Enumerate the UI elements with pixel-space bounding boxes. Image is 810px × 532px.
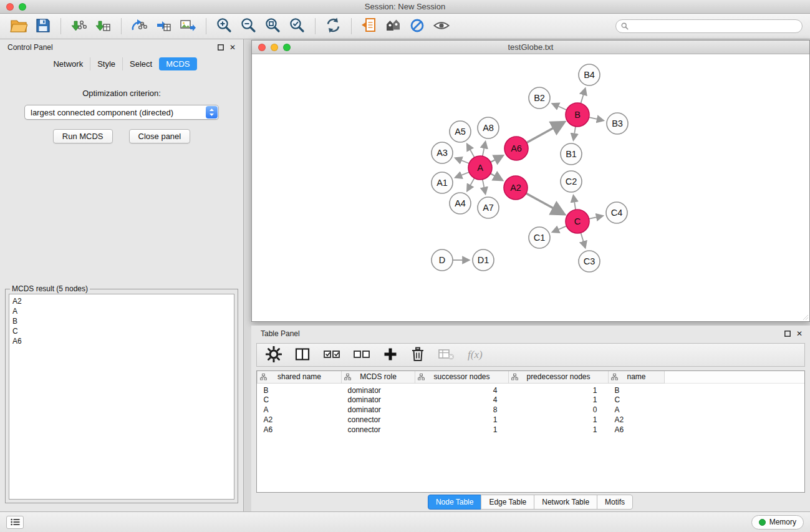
- column-header-predecessor-nodes[interactable]: predecessor nodes: [509, 371, 609, 383]
- add-row-button[interactable]: [383, 347, 398, 364]
- table-row[interactable]: Bdominator41B: [258, 383, 805, 395]
- tab-edge-table[interactable]: Edge Table: [481, 495, 534, 510]
- tab-motifs[interactable]: Motifs: [597, 495, 633, 510]
- graph-edge-A-A2[interactable]: [491, 173, 503, 180]
- network-canvas[interactable]: B4B2BB3A5A8A6B1A3AC2A1A2A4A7C4CC1C3DD1: [252, 54, 809, 321]
- graph-node-C1[interactable]: C1: [529, 227, 550, 248]
- graph-edge-C-C2[interactable]: [574, 196, 576, 210]
- graph-edge-A-A7[interactable]: [483, 180, 486, 194]
- delete-row-button[interactable]: [410, 346, 425, 364]
- table-row[interactable]: A6connector11A6: [258, 425, 805, 435]
- new-network-button[interactable]: [357, 16, 381, 37]
- network-close-button[interactable]: [258, 44, 266, 51]
- cell-name[interactable]: A: [609, 405, 665, 415]
- import-network-button[interactable]: [67, 16, 91, 37]
- cell-shared-name[interactable]: A2: [258, 415, 342, 425]
- graph-edge-A-A6[interactable]: [491, 156, 503, 162]
- graph-node-C2[interactable]: C2: [561, 171, 582, 192]
- memory-button[interactable]: Memory: [751, 515, 804, 530]
- mcds-result-item[interactable]: A: [12, 306, 231, 316]
- close-panel-button[interactable]: Close panel: [129, 129, 191, 143]
- cell-name[interactable]: B: [609, 383, 665, 395]
- tab-style[interactable]: Style: [90, 57, 122, 70]
- graph-node-C3[interactable]: C3: [579, 251, 600, 272]
- graph-node-A4[interactable]: A4: [450, 193, 471, 214]
- graph-node-B3[interactable]: B3: [607, 113, 628, 134]
- graph-node-A[interactable]: A: [468, 156, 492, 180]
- cell-MCDS-role[interactable]: connector: [342, 415, 415, 425]
- cell-MCDS-role[interactable]: connector: [342, 425, 415, 435]
- column-header-shared-name[interactable]: shared name: [258, 371, 342, 383]
- command-list-button[interactable]: [6, 516, 24, 529]
- cell-MCDS-role[interactable]: dominator: [342, 405, 415, 415]
- optimization-criterion-dropdown[interactable]: largest connected component (directed): [24, 105, 219, 120]
- search-box[interactable]: [615, 19, 803, 33]
- columns-button[interactable]: [294, 346, 311, 364]
- close-panel-icon[interactable]: ✕: [229, 44, 236, 51]
- export-image-button[interactable]: [176, 16, 200, 37]
- graph-node-C[interactable]: C: [566, 210, 589, 233]
- graph-node-A1[interactable]: A1: [432, 172, 453, 193]
- export-network-button[interactable]: [127, 16, 152, 37]
- graph-node-A2[interactable]: A2: [504, 176, 528, 200]
- column-header-MCDS-role[interactable]: MCDS role: [342, 371, 415, 383]
- run-mcds-button[interactable]: Run MCDS: [53, 129, 113, 143]
- graph-edge-A-A8[interactable]: [483, 142, 486, 157]
- table-row[interactable]: A2connector11A2: [258, 415, 805, 425]
- resize-grip-icon[interactable]: [803, 314, 809, 321]
- mcds-result-item[interactable]: A2: [12, 296, 231, 306]
- cell-MCDS-role[interactable]: dominator: [342, 395, 415, 405]
- network-minimize-button[interactable]: [271, 44, 278, 51]
- tab-network[interactable]: Network: [46, 57, 90, 70]
- tab-node-table[interactable]: Node Table: [428, 495, 482, 510]
- cell-successor-nodes[interactable]: 4: [415, 395, 509, 405]
- graph-node-C4[interactable]: C4: [606, 202, 627, 223]
- tab-select[interactable]: Select: [122, 57, 159, 70]
- fx-button[interactable]: f(x): [468, 349, 483, 361]
- mcds-result-list[interactable]: A2ABCA6: [9, 294, 234, 500]
- column-header-successor-nodes[interactable]: successor nodes: [415, 371, 509, 383]
- import-table-button[interactable]: [91, 16, 115, 37]
- zoom-selected-button[interactable]: [285, 16, 309, 37]
- cell-name[interactable]: A2: [609, 415, 665, 425]
- cell-shared-name[interactable]: A6: [258, 425, 342, 435]
- graph-edge-C-C4[interactable]: [589, 216, 603, 219]
- cell-successor-nodes[interactable]: 1: [415, 425, 509, 435]
- network-overview-button[interactable]: [381, 16, 405, 37]
- graph-edge-B-B4[interactable]: [581, 89, 585, 104]
- graph-edge-B-B1[interactable]: [574, 127, 576, 140]
- cell-MCDS-role[interactable]: dominator: [342, 383, 415, 395]
- settings-button[interactable]: [266, 346, 282, 364]
- cell-successor-nodes[interactable]: 8: [415, 405, 509, 415]
- cell-predecessor-nodes[interactable]: 0: [509, 405, 609, 415]
- maximize-window-button[interactable]: [19, 3, 26, 11]
- graph-edge-C-C3[interactable]: [581, 233, 585, 248]
- cell-successor-nodes[interactable]: 1: [415, 415, 509, 425]
- graph-node-A5[interactable]: A5: [450, 121, 471, 142]
- table-close-panel-icon[interactable]: ✕: [796, 330, 803, 337]
- cell-predecessor-nodes[interactable]: 1: [509, 383, 609, 395]
- network-maximize-button[interactable]: [283, 44, 291, 51]
- tab-network-table[interactable]: Network Table: [534, 495, 597, 510]
- deselect-all-button[interactable]: [353, 347, 370, 363]
- graph-edge-B-B2[interactable]: [552, 104, 567, 110]
- graph-edge-C-C1[interactable]: [552, 226, 566, 232]
- graph-node-B2[interactable]: B2: [529, 87, 550, 109]
- cell-shared-name[interactable]: A: [258, 405, 342, 415]
- graph-node-A7[interactable]: A7: [478, 197, 499, 218]
- delete-table-button[interactable]: [438, 347, 455, 364]
- graph-edge-A6-B[interactable]: [527, 122, 564, 143]
- column-header-name[interactable]: name: [609, 371, 665, 383]
- show-hide-button[interactable]: [429, 16, 454, 37]
- graph-node-D[interactable]: D: [432, 249, 453, 271]
- close-window-button[interactable]: [6, 3, 14, 11]
- cell-shared-name[interactable]: C: [258, 395, 342, 405]
- graph-node-B1[interactable]: B1: [561, 143, 582, 165]
- cell-predecessor-nodes[interactable]: 1: [509, 415, 609, 425]
- select-all-button[interactable]: [323, 347, 340, 363]
- mcds-result-item[interactable]: A6: [12, 336, 231, 346]
- apply-layout-button[interactable]: [321, 16, 345, 37]
- cell-predecessor-nodes[interactable]: 1: [509, 425, 609, 435]
- graph-edge-A-A4[interactable]: [467, 178, 474, 191]
- zoom-in-button[interactable]: [212, 16, 236, 37]
